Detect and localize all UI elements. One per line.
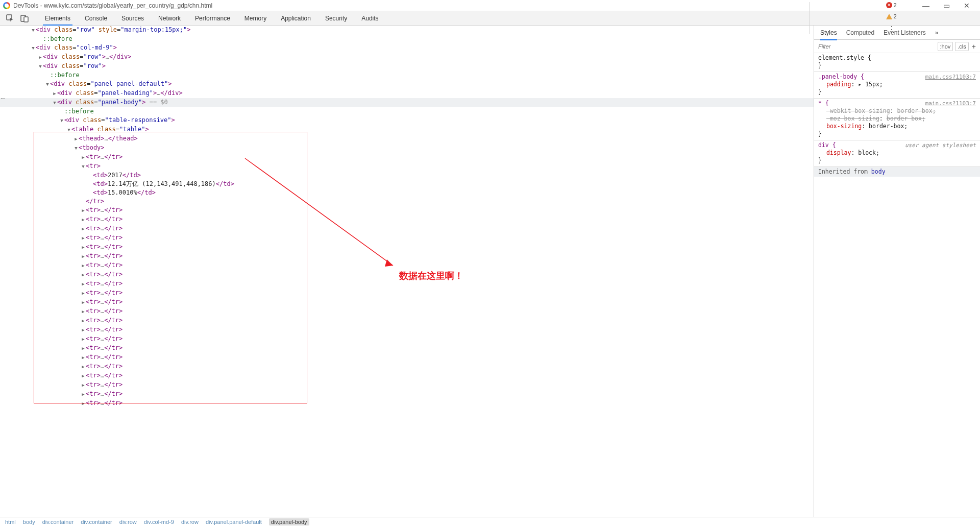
device-toggle-icon[interactable] [18,13,31,24]
tab-performance[interactable]: Performance [193,12,232,25]
tab-styles[interactable]: Styles [820,29,837,36]
breadcrumb-item[interactable]: body [23,519,35,525]
styles-panel: Styles Computed Event Listeners » :hov .… [814,26,980,517]
breadcrumb-item[interactable]: div.container [42,519,74,525]
warning-badge[interactable]: 2 [886,13,896,19]
hov-button[interactable]: :hov [938,42,953,51]
warning-count: 2 [893,13,896,19]
window-title: DevTools - www.kylc.com/stats/global/yea… [13,2,212,9]
styles-filter-input[interactable] [818,43,936,50]
tab-memory[interactable]: Memory [242,12,268,25]
new-style-rule-button[interactable]: + [972,42,976,51]
breadcrumb[interactable]: htmlbodydiv.containerdiv.containerdiv.ro… [0,517,980,526]
tab-console[interactable]: Console [83,12,109,25]
tab-audits[interactable]: Audits [359,12,380,25]
tab-computed[interactable]: Computed [846,29,874,36]
more-tabs-icon[interactable]: » [935,29,939,36]
breadcrumb-item[interactable]: div.container [81,519,112,525]
breadcrumb-item[interactable]: div.row [181,519,199,525]
tab-sources[interactable]: Sources [119,12,146,25]
tab-event-listeners[interactable]: Event Listeners [884,29,926,36]
tab-security[interactable]: Security [323,12,349,25]
breadcrumb-item[interactable]: div.panel.panel-default [206,519,262,525]
panel-tabs: ElementsConsoleSourcesNetworkPerformance… [43,12,381,25]
chrome-icon [3,2,10,9]
breadcrumb-item[interactable]: div.col-md-9 [144,519,174,525]
tab-elements[interactable]: Elements [43,12,72,25]
error-badge[interactable]: ✕2 [886,2,896,8]
styles-filter-row: :hov .cls + [814,40,980,53]
breadcrumb-item[interactable]: div.row [119,519,137,525]
styles-tabs: Styles Computed Event Listeners » [814,26,980,40]
error-count: 2 [893,2,896,8]
breadcrumb-item[interactable]: html [5,519,16,525]
tab-application[interactable]: Application [279,12,313,25]
cls-button[interactable]: .cls [955,42,969,51]
tab-network[interactable]: Network [156,12,183,25]
devtools-toolbar: ElementsConsoleSourcesNetworkPerformance… [0,11,980,26]
styles-rules[interactable]: element.style {}main.css?1103:7.panel-bo… [814,53,980,517]
inspect-icon[interactable] [4,13,16,24]
elements-panel[interactable]: <div class="row" style="margin-top:15px;… [0,26,814,517]
svg-rect-2 [24,17,28,22]
breadcrumb-item[interactable]: div.panel-body [269,518,309,525]
annotation-text: 数据在这里啊！ [399,272,463,280]
svg-line-3 [245,158,393,266]
